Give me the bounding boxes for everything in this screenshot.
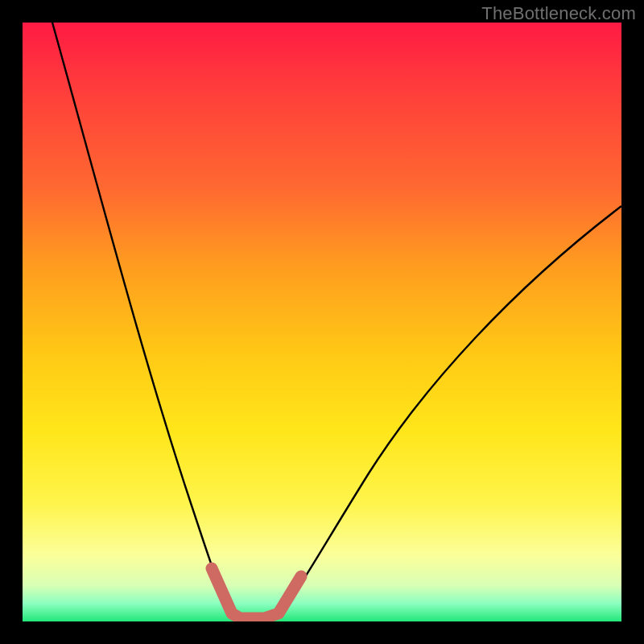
plot-area: [23, 23, 621, 621]
curve-layer: [23, 23, 621, 621]
bottleneck-curve: [52, 23, 621, 620]
watermark-text: TheBottleneck.com: [481, 3, 636, 24]
optimal-range-marker: [212, 568, 301, 618]
chart-frame: TheBottleneck.com: [0, 0, 644, 644]
